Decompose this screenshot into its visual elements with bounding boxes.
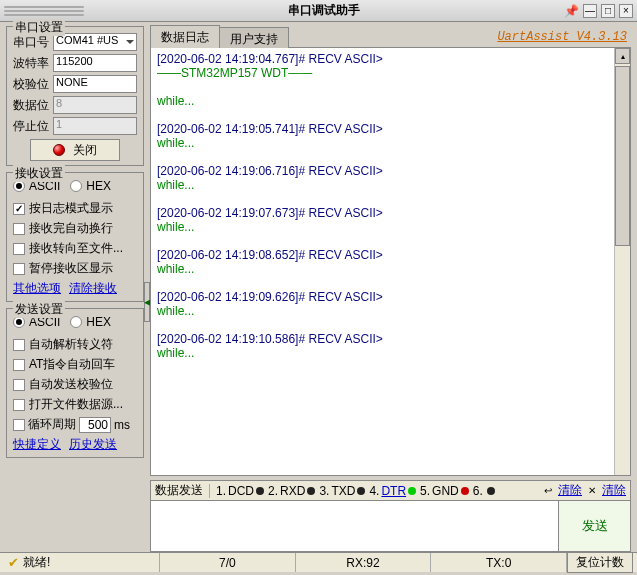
send-hex-label: HEX [86, 315, 111, 329]
recv-check-label: 暂停接收区显示 [29, 260, 113, 277]
recv-hex-radio[interactable]: HEX [70, 179, 111, 193]
recv-check-0[interactable]: 按日志模式显示 [13, 200, 137, 217]
log-line: while... [157, 304, 608, 318]
log-line: while... [157, 94, 608, 108]
log-line: [2020-06-02 14:19:06.716]# RECV ASCII> [157, 164, 608, 178]
signal-name: TXD [331, 484, 355, 498]
tab-data-log[interactable]: 数据日志 [150, 25, 220, 50]
send-settings-title: 发送设置 [13, 301, 65, 318]
status-rx: RX:92 [296, 553, 432, 572]
close-port-button[interactable]: 关闭 [30, 139, 120, 161]
signal-RXD[interactable]: 2.RXD [268, 484, 315, 498]
stopbits-select[interactable]: 1 [53, 117, 137, 135]
signal-dot-icon [357, 487, 365, 495]
signal-DTR[interactable]: 4.DTR [369, 484, 416, 498]
tab-user-support[interactable]: 用户支持 [219, 27, 289, 51]
baud-select[interactable]: 115200 [53, 54, 137, 72]
databits-select[interactable]: 8 [53, 96, 137, 114]
signal-num: 2. [268, 484, 278, 498]
send-cycle-row[interactable]: 循环周期 ms [13, 416, 137, 433]
log-line [157, 80, 608, 94]
send-check-label: 自动解析转义符 [29, 336, 113, 353]
log-line: while... [157, 136, 608, 150]
baud-label: 波特率 [13, 55, 53, 72]
checkbox-icon [13, 359, 25, 371]
port-select[interactable]: COM41 #US [53, 33, 137, 51]
checkbox-icon [13, 339, 25, 351]
send-check-0[interactable]: 自动解析转义符 [13, 336, 137, 353]
log-line [157, 192, 608, 206]
log-line: while... [157, 262, 608, 276]
send-history-link[interactable]: 历史发送 [69, 436, 117, 453]
reset-count-button[interactable]: 复位计数 [567, 552, 633, 573]
checkbox-icon [13, 263, 25, 275]
signal-num: 3. [319, 484, 329, 498]
send-button[interactable]: 发送 [559, 500, 631, 552]
log-scrollbar[interactable]: ▴ [614, 48, 630, 475]
log-line: while... [157, 346, 608, 360]
log-line: [2020-06-02 14:19:10.586]# RECV ASCII> [157, 332, 608, 346]
send-cycle-input[interactable] [79, 417, 111, 433]
port-settings-group: 串口设置 串口号 COM41 #US 波特率 115200 校验位 NONE 数… [6, 26, 144, 166]
send-check-label: 打开文件数据源... [29, 396, 123, 413]
signal-6[interactable]: 6. [473, 484, 495, 498]
signal-num: 1. [216, 484, 226, 498]
signal-GND[interactable]: 5.GND [420, 484, 469, 498]
log-line: [2020-06-02 14:19:04.767]# RECV ASCII> [157, 52, 608, 66]
clear-all-icon[interactable]: ✕ [588, 485, 596, 496]
log-area[interactable]: [2020-06-02 14:19:04.767]# RECV ASCII>——… [150, 48, 631, 476]
scroll-thumb[interactable] [615, 66, 630, 246]
scroll-up-icon[interactable]: ▴ [615, 48, 630, 64]
recv-check-1[interactable]: 接收完自动换行 [13, 220, 137, 237]
clear-history-icon[interactable]: ↩ [544, 485, 552, 496]
version-label[interactable]: UartAssist V4.3.13 [497, 30, 631, 44]
maximize-button[interactable]: □ [601, 4, 615, 18]
log-line [157, 108, 608, 122]
send-hex-radio[interactable]: HEX [70, 315, 111, 329]
close-window-button[interactable]: × [619, 4, 633, 18]
left-panel: 串口设置 串口号 COM41 #US 波特率 115200 校验位 NONE 数… [0, 22, 150, 552]
signal-name: DCD [228, 484, 254, 498]
checkbox-icon [13, 243, 25, 255]
signal-name: GND [432, 484, 459, 498]
signal-dot-icon [487, 487, 495, 495]
send-textarea[interactable] [150, 500, 559, 552]
send-quick-define-link[interactable]: 快捷定义 [13, 436, 61, 453]
status-ready: ✔ 就绪! [0, 553, 160, 572]
checkbox-icon [13, 399, 25, 411]
send-check-3[interactable]: 打开文件数据源... [13, 396, 137, 413]
recv-settings-title: 接收设置 [13, 165, 65, 182]
recv-check-3[interactable]: 暂停接收区显示 [13, 260, 137, 277]
parity-select[interactable]: NONE [53, 75, 137, 93]
log-line: [2020-06-02 14:19:09.626]# RECV ASCII> [157, 290, 608, 304]
signal-DCD[interactable]: 1.DCD [216, 484, 264, 498]
status-tx: TX:0 [431, 553, 567, 572]
log-line: while... [157, 178, 608, 192]
send-check-1[interactable]: AT指令自动回车 [13, 356, 137, 373]
connected-indicator-icon [53, 144, 65, 156]
recv-check-2[interactable]: 接收转向至文件... [13, 240, 137, 257]
signal-num: 6. [473, 484, 483, 498]
pin-icon[interactable]: 📌 [564, 4, 579, 18]
signal-TXD[interactable]: 3.TXD [319, 484, 365, 498]
send-header: 数据发送 1.DCD2.RXD3.TXD4.DTR5.GND6. ↩ 清除 ✕ … [150, 480, 631, 500]
clear-send-link[interactable]: 清除 [558, 482, 582, 499]
send-settings-group: 发送设置 ASCII HEX 自动解析转义符AT指令自动回车自动发送校验位打开文… [6, 308, 144, 458]
signal-dot-icon [307, 487, 315, 495]
clear-all-link[interactable]: 清除 [602, 482, 626, 499]
minimize-button[interactable]: — [583, 4, 597, 18]
signal-num: 5. [420, 484, 430, 498]
radio-icon [70, 180, 82, 192]
recv-check-label: 接收完自动换行 [29, 220, 113, 237]
recv-check-label: 按日志模式显示 [29, 200, 113, 217]
port-settings-title: 串口设置 [13, 19, 65, 36]
recv-hex-label: HEX [86, 179, 111, 193]
ready-icon: ✔ [8, 555, 19, 570]
send-check-2[interactable]: 自动发送校验位 [13, 376, 137, 393]
recv-clear-link[interactable]: 清除接收 [69, 280, 117, 297]
title-grip[interactable] [4, 6, 84, 16]
checkbox-icon [13, 223, 25, 235]
recv-other-options-link[interactable]: 其他选项 [13, 280, 61, 297]
status-counter-1: 7/0 [160, 553, 296, 572]
send-cycle-unit: ms [114, 418, 130, 432]
